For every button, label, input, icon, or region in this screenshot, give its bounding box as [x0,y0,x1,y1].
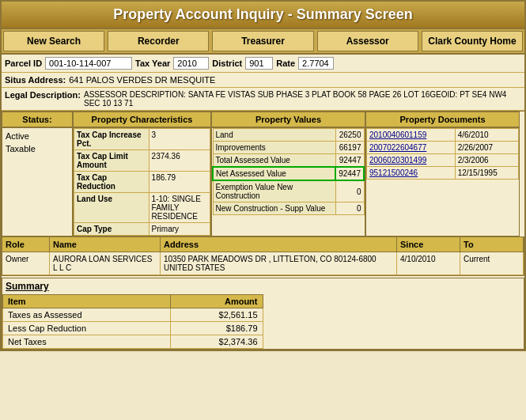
rate-value: 2.7704 [298,57,334,70]
char-value-1: 2374.36 [149,150,210,172]
table-row: 2007022604677 2/26/2007 [367,142,519,154]
doc-date-1: 2/26/2007 [455,142,518,154]
table-row: Land 26250 [213,129,364,142]
table-row: 2010040601159 4/6/2010 [367,129,519,142]
summary-item-2: Net Taxes [3,335,171,349]
val-label-3: Net Assessed Value [213,167,335,180]
table-row: Exemption Value New Construction 0 [213,180,364,202]
owner-header-address: Address [161,237,397,252]
tax-year-label: Tax Year [135,59,170,68]
val-value-5: 0 [335,202,364,215]
status-taxable: Taxable [4,142,70,155]
status-column: Active Taxable [2,127,73,236]
district-label: District [212,59,242,68]
assessor-button[interactable]: Assessor [317,31,418,51]
summary-item-0: Taxes as Assessed [3,308,171,322]
char-label-3: Land Use [74,193,149,223]
val-label-4: Exemption Value New Construction [213,180,335,202]
summary-table: Item Amount Taxes as Assessed $2,561.15 … [2,294,263,349]
doc-id-1[interactable]: 2007022604677 [367,142,456,154]
situs-label: Situs Address: [5,75,66,85]
status-active: Active [4,130,70,142]
recorder-button[interactable]: Recorder [108,31,209,51]
table-row: Cap Type Primary [74,223,210,236]
doc-id-0[interactable]: 2010040601159 [367,129,456,142]
status-header: Status: [2,112,73,127]
property-values-column: Land 26250 Improvements 66197 Total Asse… [211,127,365,236]
summary-amount-2: $2,374.36 [170,335,263,349]
char-label-2: Tax Cap Reduction [74,172,149,193]
val-value-0: 26250 [335,129,364,142]
owner-address: 10350 PARK MEADOWS DR , LITTLETON, CO 80… [161,252,397,274]
treasurer-button[interactable]: Treasurer [212,31,313,51]
prop-char-header: Property Characteristics [73,112,211,127]
val-label-0: Land [213,129,335,142]
summary-section: Summary Item Amount Taxes as Assessed $2… [2,278,524,350]
owner-header-role: Role [2,237,50,252]
table-row: Tax Cap Limit Amount 2374.36 [74,150,210,172]
table-row: Net Assessed Value 92447 [213,167,364,180]
doc-id-3[interactable]: 95121500246 [367,167,456,180]
situs-value: 641 PALOS VERDES DR MESQUITE [69,75,215,85]
prop-doc-table: 2010040601159 4/6/2010 2007022604677 2/2… [366,128,519,180]
val-value-2: 92447 [335,154,364,168]
rate-label: Rate [276,59,295,68]
owner-section: Role Name Address Since To Owner AURORA … [2,236,524,276]
owner-header-since: Since [397,237,460,252]
owner-to: Current [460,252,524,274]
owner-row: Owner AURORA LOAN SERVICES L L C 10350 P… [2,252,524,275]
val-value-1: 66197 [335,142,364,154]
summary-amount-0: $2,561.15 [170,308,263,322]
val-label-1: Improvements [213,142,335,154]
doc-date-0: 4/6/2010 [455,129,518,142]
char-label-1: Tax Cap Limit Amount [74,150,149,172]
char-value-3: 1-10: SINGLE FAMILY RESIDENCE [149,193,210,223]
owner-header-name: Name [50,237,161,252]
parcel-info-row: Parcel ID 001-10-114-007 Tax Year 2010 D… [2,55,524,73]
summary-title: Summary [2,278,524,294]
tax-year-value: 2010 [173,57,209,70]
summary-header-row: Item Amount [3,295,263,308]
new-search-button[interactable]: New Search [3,31,104,51]
char-label-0: Tax Cap Increase Pct. [74,129,149,150]
char-label-4: Cap Type [74,223,149,236]
owner-name: AURORA LOAN SERVICES L L C [50,252,161,274]
table-row: Less Cap Reduction $186.79 [3,322,263,335]
prop-char-table: Tax Cap Increase Pct. 3 Tax Cap Limit Am… [74,128,210,236]
section-headers: Status: Property Characteristics Propert… [2,111,524,127]
situs-address-row: Situs Address: 641 PALOS VERDES DR MESQU… [2,73,524,88]
owner-since: 4/10/2010 [397,252,460,274]
summary-amount-1: $186.79 [170,322,263,335]
owner-table-header: Role Name Address Since To [2,237,524,252]
summary-item-1: Less Cap Reduction [3,322,171,335]
legal-description-row: Legal Description: ASSESSOR DESCRIPTION:… [2,88,524,111]
property-documents-column: 2010040601159 4/6/2010 2007022604677 2/2… [365,127,520,236]
owner-role: Owner [2,252,50,274]
clark-county-home-button[interactable]: Clark County Home [422,31,523,51]
summary-amount-header: Amount [170,295,263,308]
main-container: Property Account Inquiry - Summary Scree… [0,0,526,351]
table-row: Land Use 1-10: SINGLE FAMILY RESIDENCE [74,193,210,223]
legal-value: ASSESSOR DESCRIPTION: SANTA FE VISTAS SU… [84,90,521,108]
parcel-id-label: Parcel ID [5,59,42,68]
table-row: Improvements 66197 [213,142,364,154]
table-row: 95121500246 12/15/1995 [367,167,519,180]
table-row: 2006020301499 2/3/2006 [367,154,519,167]
prop-val-header: Property Values [211,112,365,127]
doc-id-2[interactable]: 2006020301499 [367,154,456,167]
prop-val-table: Land 26250 Improvements 66197 Total Asse… [212,128,365,215]
char-value-2: 186.79 [149,172,210,193]
main-content-row: Active Taxable Tax Cap Increase Pct. 3 T… [2,127,524,236]
table-row: New Construction - Supp Value 0 [213,202,364,215]
val-label-5: New Construction - Supp Value [213,202,335,215]
table-row: Taxes as Assessed $2,561.15 [3,308,263,322]
char-value-4: Primary [149,223,210,236]
table-row: Net Taxes $2,374.36 [3,335,263,349]
char-value-0: 3 [149,129,210,150]
summary-item-header: Item [3,295,171,308]
val-label-2: Total Assessed Value [213,154,335,168]
parcel-id-value: 001-10-114-007 [45,57,132,70]
nav-bar: New Search Recorder Treasurer Assessor C… [2,29,524,55]
owner-header-to: To [460,237,524,252]
property-characteristics-column: Tax Cap Increase Pct. 3 Tax Cap Limit Am… [73,127,211,236]
